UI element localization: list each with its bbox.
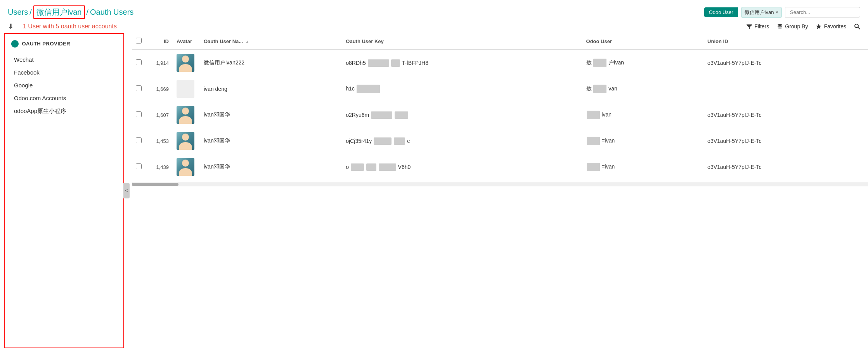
- oauth-provider-list: Wechat Facebook Google Odoo.com Accounts…: [5, 52, 123, 120]
- main-content: ⬤ OAUTH PROVIDER Wechat Facebook Google …: [0, 33, 868, 348]
- table-row[interactable]: 1,439 ivan邓国华 o -t5Fl x-u hwdzy V6h0: [132, 154, 868, 180]
- col-oauth-key[interactable]: Oauth User Key: [342, 33, 582, 50]
- filter-bar: Filters Group By Favorites: [746, 23, 860, 30]
- row-odoo-user: 敖 户ivan: [582, 50, 704, 76]
- row-oauth-key: h1c: [342, 76, 582, 102]
- blurred-key-3: hwdzy: [379, 163, 396, 171]
- favorites-button[interactable]: Favorites: [816, 23, 846, 30]
- close-icon[interactable]: ×: [775, 9, 778, 15]
- search-input[interactable]: [785, 7, 860, 17]
- star-icon: [816, 23, 822, 30]
- blurred-key-2: M3l: [394, 137, 405, 145]
- avatar-empty: [177, 80, 194, 98]
- col-union-id[interactable]: Union ID: [703, 33, 868, 50]
- odoo-user-badge: Odoo User: [704, 7, 738, 17]
- blurred-key-2: x-u: [366, 163, 376, 171]
- search-tag[interactable]: 微信用户ivan ×: [741, 7, 782, 18]
- row-union-id: [703, 76, 868, 102]
- breadcrumb: Users / 微信用户ivan / Oauth Users: [8, 5, 133, 19]
- table-header-row: ID Avatar Oauth User Na... ▲ Oauth User …: [132, 33, 868, 50]
- svg-point-0: [778, 24, 782, 26]
- col-avatar: Avatar: [173, 33, 200, 50]
- blurred-key-1: tjxK6zj: [374, 137, 392, 145]
- group-by-button[interactable]: Group By: [777, 23, 808, 30]
- filters-button[interactable]: Filters: [746, 23, 769, 30]
- row-oauth-key: ojCj35r41y tjxK6zj M3l c: [342, 128, 582, 154]
- horizontal-scrollbar[interactable]: [132, 182, 868, 186]
- breadcrumb-users[interactable]: Users: [8, 8, 28, 17]
- svg-point-1: [778, 26, 782, 27]
- row-checkbox[interactable]: [136, 163, 142, 169]
- row-oauth-name: ivan邓国华: [200, 128, 342, 154]
- group-by-icon: [777, 23, 783, 30]
- row-checkbox-cell[interactable]: [132, 50, 146, 76]
- blurred-key-1: -t5Fl: [351, 163, 364, 171]
- left-panel-header: ⬤ OAUTH PROVIDER: [5, 34, 123, 52]
- row-checkbox-cell[interactable]: [132, 154, 146, 180]
- col-id[interactable]: ID: [146, 33, 173, 50]
- list-item[interactable]: Wechat: [5, 53, 123, 66]
- row-checkbox[interactable]: [136, 59, 142, 65]
- row-checkbox[interactable]: [136, 137, 142, 143]
- row-union-id: o3V1auH-5Y7pIJ-E-Tc: [703, 102, 868, 128]
- list-item[interactable]: Facebook: [5, 66, 123, 79]
- breadcrumb-wechat-user[interactable]: 微信用户ivan: [33, 5, 85, 19]
- row-union-id: o3V1auH-5Y7pIJ-E-Tc: [703, 128, 868, 154]
- col-odoo-user[interactable]: Odoo User: [582, 33, 704, 50]
- avatar: [177, 158, 194, 176]
- col-oauth-name[interactable]: Oauth User Na... ▲: [200, 33, 342, 50]
- scrollbar-thumb[interactable]: [132, 183, 178, 186]
- breadcrumb-sep2: /: [87, 8, 89, 17]
- left-panel-title: OAUTH PROVIDER: [22, 41, 71, 47]
- row-id: 1,914: [146, 50, 173, 76]
- list-item[interactable]: Odoo.com Accounts: [5, 92, 123, 104]
- row-checkbox[interactable]: [136, 111, 142, 117]
- svg-point-4: [855, 24, 858, 28]
- row-checkbox-cell[interactable]: [132, 128, 146, 154]
- row-oauth-key: o2Ryu6m w1xA4fr lojoh: [342, 102, 582, 128]
- oauth-provider-icon: ⬤: [11, 39, 19, 48]
- row-avatar: [173, 128, 200, 154]
- row-id: 1,669: [146, 76, 173, 102]
- row-avatar: [173, 154, 200, 180]
- blurred-user: [587, 163, 600, 171]
- select-all-checkbox[interactable]: [136, 38, 142, 43]
- row-avatar: [173, 50, 200, 76]
- table-row[interactable]: 1,607 ivan邓国华 o2Ryu6m w1xA4fr lojoh: [132, 102, 868, 128]
- row-oauth-key: o8RDh5 3rWXnb 78 T-fBFPJH8: [342, 50, 582, 76]
- row-odoo-user: ivan: [582, 102, 704, 128]
- search-expand-button[interactable]: [854, 23, 860, 30]
- collapse-panel-button[interactable]: <: [123, 183, 130, 198]
- table-row[interactable]: 1,914 微信用户ivan222 o8RDh5 3rWXnb 78 T-fBF…: [132, 50, 868, 76]
- row-checkbox-cell[interactable]: [132, 76, 146, 102]
- svg-point-2: [778, 27, 782, 29]
- row-avatar: [173, 102, 200, 128]
- select-all-col[interactable]: [132, 33, 146, 50]
- table-row[interactable]: 1,669 ivan deng h1c 敖 van: [132, 76, 868, 102]
- blurred-user: [587, 111, 600, 119]
- oauth-users-table: ID Avatar Oauth User Na... ▲ Oauth User …: [132, 33, 868, 180]
- row-checkbox-cell[interactable]: [132, 102, 146, 128]
- sort-icon: ▲: [245, 39, 249, 44]
- list-item[interactable]: Google: [5, 79, 123, 92]
- avatar: [177, 106, 194, 124]
- favorites-label: Favorites: [824, 23, 846, 30]
- row-oauth-name: 微信用户ivan222: [200, 50, 342, 76]
- table-row[interactable]: 1,453 ivan邓国华 ojCj35r41y tjxK6zj M3l c: [132, 128, 868, 154]
- row-union-id: o3V1auH-5Y7pIJ-E-Tc: [703, 50, 868, 76]
- search-area: Odoo User 微信用户ivan ×: [704, 7, 860, 18]
- list-item[interactable]: odooApp原生小程序: [5, 104, 123, 118]
- group-by-label: Group By: [785, 23, 808, 30]
- row-odoo-user: =ivan: [582, 128, 704, 154]
- svg-line-5: [858, 27, 860, 29]
- subheader: ⬇ 1 User with 5 oauth user accounts Filt…: [0, 19, 868, 33]
- blurred-user: [593, 59, 606, 67]
- row-checkbox[interactable]: [136, 85, 142, 91]
- row-odoo-user: 敖 van: [582, 76, 704, 102]
- search-icon: [854, 23, 860, 30]
- download-icon[interactable]: ⬇: [8, 22, 14, 31]
- row-id: 1,607: [146, 102, 173, 128]
- filter-icon: [746, 23, 752, 30]
- row-id: 1,453: [146, 128, 173, 154]
- search-tag-label: 微信用户ivan: [745, 9, 774, 16]
